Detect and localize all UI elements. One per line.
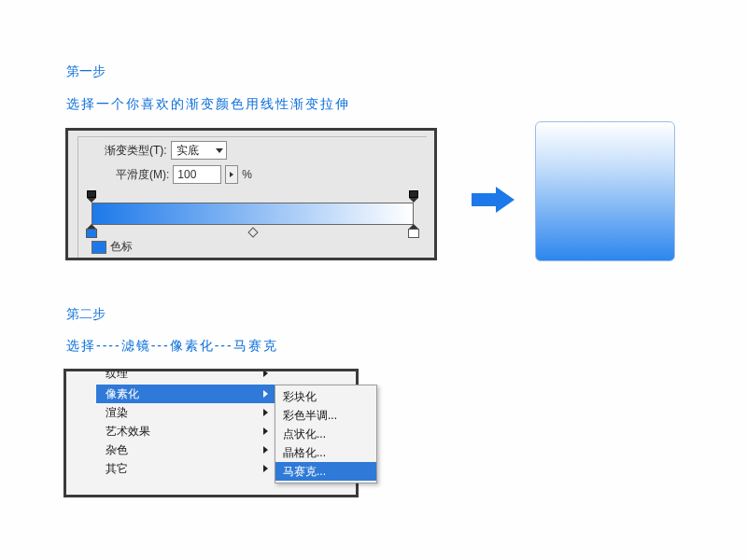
step1-title: 第一步 <box>66 63 106 80</box>
step2-subtitle: 选择----滤镜---像素化---马赛克 <box>66 338 278 355</box>
smoothness-input[interactable]: 100 <box>173 165 221 184</box>
submenu-item-label: 彩块化 <box>283 387 317 406</box>
menu-item-noise[interactable]: 杂色 <box>96 441 275 459</box>
menu-item-label: 像素化 <box>106 385 139 403</box>
menu-item-label: 其它 <box>106 459 128 478</box>
submenu-item-color-halftone[interactable]: 彩色半调... <box>275 406 376 425</box>
gradient-type-value: 实底 <box>176 143 199 159</box>
gradient-type-label: 渐变类型(T): <box>105 143 167 159</box>
smoothness-row: 平滑度(M): 100 % <box>116 165 252 184</box>
step2-title: 第二步 <box>66 306 106 323</box>
smoothness-stepper[interactable] <box>225 165 238 184</box>
gradient-midpoint[interactable] <box>247 227 258 237</box>
submenu-arrow-icon <box>263 446 268 454</box>
opacity-stop-left[interactable] <box>87 190 96 202</box>
submenu-arrow-icon <box>263 371 268 377</box>
menu-item-render[interactable]: 渲染 <box>96 403 275 422</box>
menu-item-label: 艺术效果 <box>106 422 150 441</box>
menu-item-other[interactable]: 其它 <box>96 459 275 478</box>
menu-item-texture[interactable]: 纹理 <box>96 371 275 385</box>
submenu-item-facet[interactable]: 彩块化 <box>275 387 376 406</box>
gradient-preview <box>535 121 675 261</box>
menu-item-pixelate[interactable]: 像素化 <box>96 385 275 403</box>
submenu-arrow-icon <box>263 427 268 435</box>
stepper-triangle-icon <box>230 172 233 177</box>
submenu-arrow-icon <box>263 390 268 398</box>
menu-item-artistic[interactable]: 艺术效果 <box>96 422 275 441</box>
arrow-icon <box>472 187 514 213</box>
color-swatch[interactable] <box>92 241 106 254</box>
gradient-editor-panel: 渐变类型(T): 实底 平滑度(M): 100 % 色标 <box>65 128 437 260</box>
smoothness-label: 平滑度(M): <box>116 167 169 183</box>
step1-subtitle: 选择一个你喜欢的渐变颜色用线性渐变拉伸 <box>66 96 350 113</box>
menu-item-label: 杂色 <box>106 441 128 459</box>
color-stop-section: 色标 <box>92 239 133 255</box>
menu-item-label: 纹理 <box>106 371 128 383</box>
color-stop-right[interactable] <box>408 224 419 238</box>
submenu-arrow-icon <box>263 465 268 472</box>
panel-inner: 渐变类型(T): 实底 平滑度(M): 100 % 色标 <box>78 136 427 258</box>
gradient-type-row: 渐变类型(T): 实底 <box>105 141 227 160</box>
color-stop-left[interactable] <box>86 224 97 238</box>
submenu-item-label: 马赛克... <box>283 462 326 481</box>
color-stop-label: 色标 <box>110 239 133 255</box>
submenu-item-pointillize[interactable]: 点状化... <box>275 425 376 443</box>
submenu-item-label: 点状化... <box>283 425 326 443</box>
smoothness-unit: % <box>242 168 252 181</box>
dropdown-triangle-icon <box>216 148 223 153</box>
gradient-bar[interactable] <box>92 203 414 225</box>
pixelate-submenu: 彩块化 彩色半调... 点状化... 晶格化... 马赛克... <box>275 385 377 483</box>
gradient-type-select[interactable]: 实底 <box>171 141 227 160</box>
submenu-item-crystallize[interactable]: 晶格化... <box>275 443 376 462</box>
opacity-stop-right[interactable] <box>409 190 418 202</box>
submenu-item-label: 彩色半调... <box>283 406 337 425</box>
gradient-bar-wrap <box>92 203 414 225</box>
filter-menu-list: 纹理 像素化 渲染 艺术效果 杂色 其它 <box>96 371 275 478</box>
submenu-arrow-icon <box>263 409 268 416</box>
menu-item-label: 渲染 <box>106 403 128 422</box>
submenu-item-label: 晶格化... <box>283 443 326 462</box>
submenu-item-mosaic[interactable]: 马赛克... <box>275 462 376 481</box>
